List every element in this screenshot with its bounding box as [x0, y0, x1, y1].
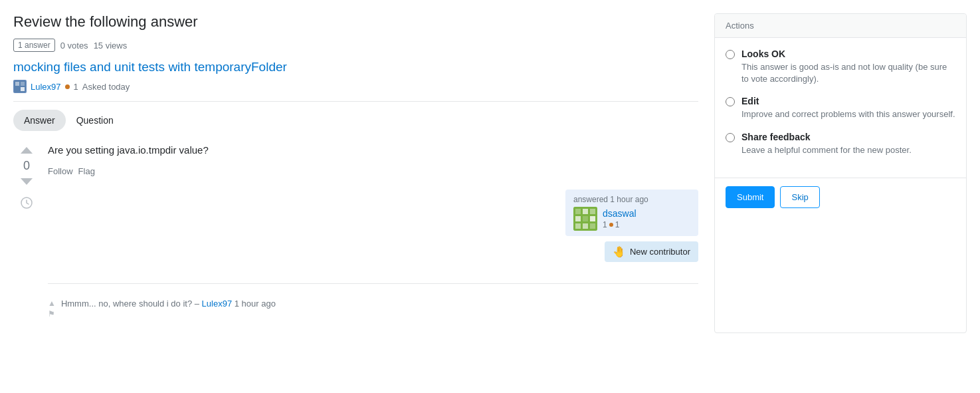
tabs-row: Answer Question	[13, 110, 698, 131]
new-contributor-label: New contributor	[630, 247, 690, 257]
answer-section: 0 Are you setting java.io.tmpdir value? …	[13, 144, 698, 323]
comment-upvote-button[interactable]: ▲	[48, 299, 56, 308]
svg-rect-3	[21, 82, 25, 86]
svg-rect-8	[590, 209, 595, 214]
comment-vote-col: ▲ ⚑	[48, 299, 56, 319]
upvote-button[interactable]	[18, 144, 35, 156]
svg-rect-13	[583, 223, 588, 229]
downvote-arrow-icon	[21, 178, 33, 185]
comment-body: Hmmm... no, where should i do it? –	[61, 299, 199, 309]
new-contributor-wrapper: 🤚 New contributor	[48, 241, 698, 273]
action-desc-edit: Improve and correct problems with this a…	[741, 108, 955, 120]
answerer-rep: 1	[603, 220, 607, 229]
actions-footer: Submit Skip	[715, 178, 966, 216]
svg-rect-6	[575, 209, 581, 214]
downvote-button[interactable]	[18, 176, 35, 188]
upvote-arrow-icon	[21, 147, 33, 154]
svg-rect-2	[21, 87, 25, 91]
answer-actions: Follow Flag	[48, 166, 698, 176]
comment-author[interactable]: Lulex97	[202, 299, 233, 309]
hand-icon: 🤚	[613, 245, 626, 258]
action-title-edit: Edit	[741, 96, 955, 106]
answerer-info: answered 1 hour ago	[48, 190, 698, 236]
svg-rect-12	[575, 223, 581, 229]
comment-text: Hmmm... no, where should i do it? – Lule…	[61, 299, 698, 309]
actions-body: Looks OK This answer is good as-is and n…	[715, 38, 966, 178]
radio-looks-ok[interactable]	[726, 50, 735, 59]
history-button[interactable]	[18, 194, 35, 213]
action-option-looks-ok: Looks OK This answer is good as-is and n…	[726, 49, 955, 85]
submit-button[interactable]: Submit	[726, 186, 775, 208]
action-desc-looks-ok: This answer is good as-is and not low qu…	[741, 61, 955, 85]
bronze-dot	[609, 223, 613, 227]
divider	[48, 283, 698, 284]
flag-link[interactable]: Flag	[78, 166, 95, 176]
action-title-share-feedback: Share feedback	[741, 132, 912, 142]
answer-badge: 1 answer	[13, 39, 55, 52]
action-option-share-feedback: Share feedback Leave a helpful comment f…	[726, 132, 955, 156]
svg-rect-14	[590, 223, 595, 229]
new-contributor-badge: 🤚 New contributor	[605, 241, 698, 262]
asked-time: Asked today	[82, 82, 130, 92]
answerer-card: answered 1 hour ago	[565, 190, 698, 236]
action-label-looks-ok: Looks OK This answer is good as-is and n…	[741, 49, 955, 85]
svg-rect-10	[583, 216, 588, 221]
vote-col: 0	[13, 144, 40, 323]
vote-count: 0	[23, 159, 30, 173]
comment-flag-button[interactable]: ⚑	[48, 309, 55, 319]
tab-answer[interactable]: Answer	[13, 110, 66, 131]
actions-header: Actions	[715, 14, 966, 38]
answered-time: answered 1 hour ago	[573, 195, 690, 204]
page-title: Review the following answer	[13, 13, 698, 31]
svg-rect-1	[15, 82, 19, 86]
votes-count: 0 votes	[60, 41, 88, 51]
svg-rect-7	[583, 209, 588, 214]
author-name[interactable]: Lulex97	[31, 82, 61, 92]
action-desc-share-feedback: Leave a helpful comment for the new post…	[741, 144, 912, 156]
rep-dot	[65, 84, 70, 89]
rep-row: 1 1	[603, 220, 637, 229]
follow-link[interactable]: Follow	[48, 166, 73, 176]
answer-text: Are you setting java.io.tmpdir value?	[48, 144, 698, 156]
svg-rect-11	[590, 216, 595, 221]
comment-time: 1 hour ago	[235, 299, 276, 309]
action-title-looks-ok: Looks OK	[741, 49, 955, 59]
meta-row: 1 answer 0 votes 15 views	[13, 39, 698, 52]
tab-question[interactable]: Question	[66, 110, 124, 131]
answerer-name[interactable]: dsaswal	[603, 208, 637, 219]
comment-row: ▲ ⚑ Hmmm... no, where should i do it? – …	[48, 295, 698, 323]
answerer-avatar	[573, 207, 597, 231]
action-label-edit: Edit Improve and correct problems with t…	[741, 96, 955, 120]
question-link[interactable]: mocking files and unit tests with tempor…	[13, 60, 698, 74]
answer-body: Are you setting java.io.tmpdir value? Fo…	[48, 144, 698, 323]
actions-panel: Actions Looks OK This answer is good as-…	[714, 13, 967, 333]
author-row: Lulex97 1 Asked today	[13, 80, 698, 102]
radio-share-feedback[interactable]	[726, 133, 735, 142]
views-count: 15 views	[94, 41, 128, 51]
answerer-name-row: dsaswal 1 1	[573, 207, 690, 231]
action-option-edit: Edit Improve and correct problems with t…	[726, 96, 955, 120]
answerer-details: dsaswal 1 1	[603, 208, 637, 229]
answerer-bronze: 1	[615, 220, 620, 229]
author-avatar	[13, 80, 27, 93]
radio-edit[interactable]	[726, 97, 735, 106]
skip-button[interactable]: Skip	[780, 186, 819, 208]
action-label-share-feedback: Share feedback Leave a helpful comment f…	[741, 132, 912, 156]
author-rep: 1	[74, 82, 78, 92]
svg-rect-9	[575, 216, 581, 221]
